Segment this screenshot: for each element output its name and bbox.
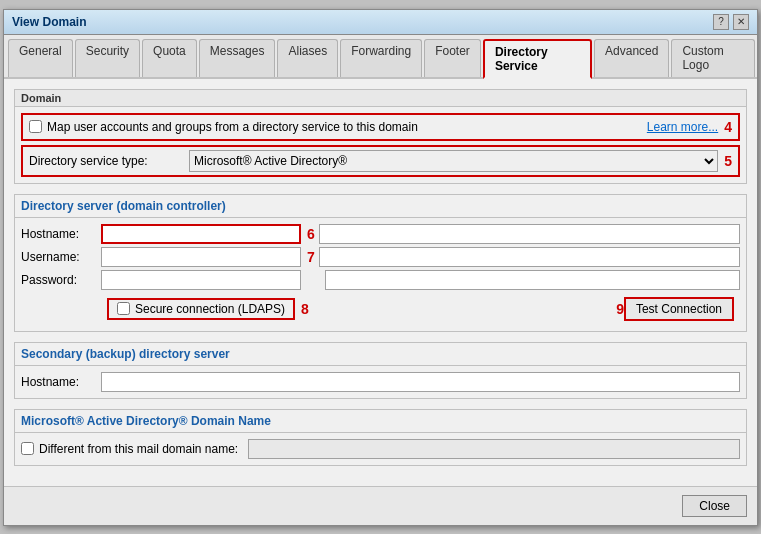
- secondary-server-section: Secondary (backup) directory server Host…: [14, 342, 747, 399]
- secure-checkbox[interactable]: [117, 302, 130, 315]
- password-label: Password:: [21, 273, 101, 287]
- title-bar: View Domain ? ✕: [4, 10, 757, 35]
- diff-domain-checkbox[interactable]: [21, 442, 34, 455]
- active-directory-content: Different from this mail domain name:: [15, 433, 746, 465]
- window-title: View Domain: [12, 15, 86, 29]
- dir-service-type-label: Directory service type:: [29, 154, 189, 168]
- tab-forwarding[interactable]: Forwarding: [340, 39, 422, 77]
- tab-advanced[interactable]: Advanced: [594, 39, 669, 77]
- username-input[interactable]: [101, 247, 301, 267]
- username-row: Username: 7: [21, 247, 740, 267]
- close-title-button[interactable]: ✕: [733, 14, 749, 30]
- tab-footer[interactable]: Footer: [424, 39, 481, 77]
- annotation-7: 7: [307, 249, 315, 265]
- secondary-server-content: Hostname:: [15, 366, 746, 398]
- title-bar-buttons: ? ✕: [713, 14, 749, 30]
- annotation-8: 8: [301, 301, 309, 317]
- tabs-bar: General Security Quota Messages Aliases …: [4, 35, 757, 79]
- content-area: Domain Map user accounts and groups from…: [4, 79, 757, 486]
- directory-server-section: Directory server (domain controller) Hos…: [14, 194, 747, 332]
- annotation-4: 4: [724, 119, 732, 135]
- diff-domain-input[interactable]: [248, 439, 740, 459]
- hostname-label: Hostname:: [21, 227, 101, 241]
- tab-aliases[interactable]: Aliases: [277, 39, 338, 77]
- hostname-input[interactable]: [101, 224, 301, 244]
- secure-row: Secure connection (LDAPS) 8 9 Test Conne…: [21, 293, 740, 325]
- secondary-hostname-input[interactable]: [101, 372, 740, 392]
- dir-server-fields: Hostname: 6 Username: 7 Password:: [15, 218, 746, 331]
- test-connection-button[interactable]: Test Connection: [624, 297, 734, 321]
- tab-directory-service[interactable]: Directory Service: [483, 39, 592, 79]
- map-checkbox-label: Map user accounts and groups from a dire…: [29, 120, 418, 134]
- secondary-hostname-row: Hostname:: [21, 372, 740, 392]
- tab-messages[interactable]: Messages: [199, 39, 276, 77]
- secondary-hostname-label: Hostname:: [21, 375, 101, 389]
- password-input[interactable]: [101, 270, 301, 290]
- tab-general[interactable]: General: [8, 39, 73, 77]
- password-row: Password:: [21, 270, 740, 290]
- domain-section-title: Domain: [15, 90, 746, 107]
- tab-security[interactable]: Security: [75, 39, 140, 77]
- help-button[interactable]: ?: [713, 14, 729, 30]
- tab-quota[interactable]: Quota: [142, 39, 197, 77]
- password-full-input[interactable]: [325, 270, 740, 290]
- secure-checkbox-group: Secure connection (LDAPS): [107, 298, 295, 320]
- dir-service-type-select[interactable]: Microsoft® Active Directory®: [189, 150, 718, 172]
- dir-server-section-title: Directory server (domain controller): [15, 195, 746, 218]
- close-button[interactable]: Close: [682, 495, 747, 517]
- annotation-6: 6: [307, 226, 315, 242]
- tab-custom-logo[interactable]: Custom Logo: [671, 39, 755, 77]
- username-label: Username:: [21, 250, 101, 264]
- footer-row: Close: [4, 486, 757, 525]
- active-directory-title: Microsoft® Active Directory® Domain Name: [15, 410, 746, 433]
- map-checkbox-text: Map user accounts and groups from a dire…: [47, 120, 418, 134]
- diff-domain-label: Different from this mail domain name:: [39, 442, 238, 456]
- secure-checkbox-label: Secure connection (LDAPS): [135, 302, 285, 316]
- diff-domain-row: Different from this mail domain name:: [21, 439, 740, 459]
- active-directory-section: Microsoft® Active Directory® Domain Name…: [14, 409, 747, 466]
- learn-more-link[interactable]: Learn more...: [647, 120, 718, 134]
- domain-section: Domain Map user accounts and groups from…: [14, 89, 747, 184]
- secondary-server-title: Secondary (backup) directory server: [15, 343, 746, 366]
- main-window: View Domain ? ✕ General Security Quota M…: [3, 9, 758, 526]
- hostname-full-input[interactable]: [319, 224, 740, 244]
- annotation-5: 5: [724, 153, 732, 169]
- map-checkbox[interactable]: [29, 120, 42, 133]
- username-full-input[interactable]: [319, 247, 740, 267]
- annotation-9: 9: [616, 301, 624, 317]
- hostname-row: Hostname: 6: [21, 224, 740, 244]
